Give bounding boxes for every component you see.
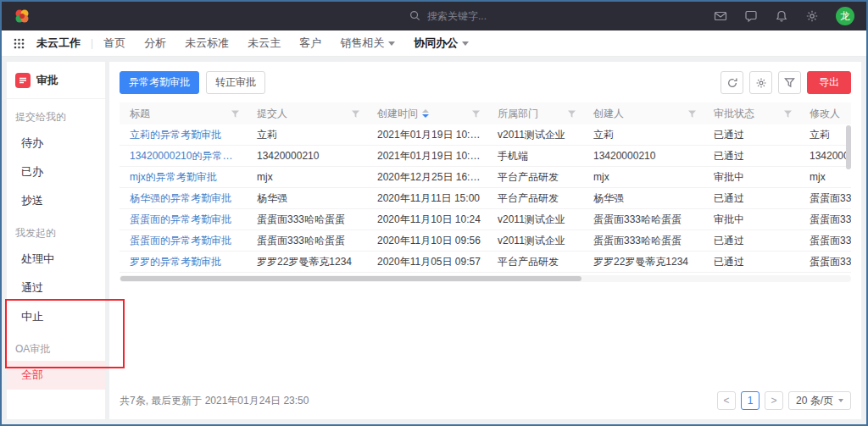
export-button[interactable]: 导出 bbox=[807, 71, 851, 94]
vertical-scrollbar[interactable] bbox=[846, 125, 851, 273]
table-row[interactable]: 杨华强的异常考勤审批杨华强2020年11月11日 15:00平台产品研发杨华强已… bbox=[120, 188, 851, 209]
nav-item-6[interactable]: 销售相关 bbox=[340, 36, 395, 51]
nav-item-2[interactable]: 分析 bbox=[144, 36, 166, 51]
column-header: 审批状态 bbox=[704, 102, 799, 124]
cell-status: 已通过 bbox=[704, 255, 799, 269]
bell-icon[interactable] bbox=[775, 9, 788, 23]
mail-icon[interactable] bbox=[714, 9, 727, 23]
cell-status: 已通过 bbox=[704, 191, 799, 206]
tab-abnormal-attendance-approval[interactable]: 异常考勤审批 bbox=[120, 71, 199, 94]
nav-item-label: 客户 bbox=[299, 36, 321, 51]
app-grid-icon[interactable] bbox=[14, 38, 25, 49]
cell-department: 平台产品研发 bbox=[487, 170, 583, 185]
table-row[interactable]: 蛋蛋面的异常考勤审批蛋蛋面333哈哈蛋蛋2020年11月10日 09:56v20… bbox=[120, 230, 851, 252]
cell-submitter: 蛋蛋面333哈哈蛋蛋 bbox=[247, 234, 367, 248]
column-filter-icon[interactable] bbox=[351, 109, 360, 119]
cell-department: v2011测试企业 bbox=[487, 213, 583, 227]
nav-item-label: 未云主 bbox=[248, 36, 281, 51]
approval-icon bbox=[15, 73, 31, 88]
sidebar-item-2-0[interactable]: 全部 bbox=[7, 361, 105, 390]
global-search[interactable] bbox=[409, 9, 554, 23]
tab-regularization-approval[interactable]: 转正审批 bbox=[206, 71, 265, 94]
table-row[interactable]: mjx的异常考勤审批mjx2020年12月25日 16:04平台产品研发mjx审… bbox=[120, 167, 851, 188]
column-header-label: 审批状态 bbox=[714, 107, 754, 121]
nav-item-7[interactable]: 协同办公 bbox=[414, 36, 469, 51]
vertical-scrollbar-thumb[interactable] bbox=[846, 125, 851, 169]
column-filter-icon[interactable] bbox=[471, 109, 481, 119]
cell-modifier: 蛋蛋面333哈哈蛋蛋 bbox=[799, 234, 851, 248]
chevron-down-icon bbox=[838, 399, 843, 402]
refresh-button[interactable] bbox=[721, 71, 743, 94]
cell-title[interactable]: 13420000210的异常考勤审批 bbox=[120, 149, 247, 163]
nav-item-label: 未云标准 bbox=[185, 36, 229, 51]
page-number-button[interactable]: 1 bbox=[741, 391, 760, 410]
horizontal-scrollbar-thumb[interactable] bbox=[120, 276, 581, 281]
table-row[interactable]: 立莉的异常考勤审批立莉2021年01月19日 10:22v2011测试企业立莉已… bbox=[120, 124, 851, 146]
cell-creator: 杨华强 bbox=[583, 191, 704, 206]
cell-created_at: 2020年11月11日 15:00 bbox=[367, 191, 487, 206]
sidebar-item-1-2[interactable]: 中止 bbox=[7, 302, 105, 331]
cell-created_at: 2021年01月19日 10:16 bbox=[367, 149, 487, 163]
page-size-select[interactable]: 20 条/页 bbox=[788, 391, 851, 410]
next-page-button[interactable]: > bbox=[765, 391, 783, 410]
cell-creator: 罗罗22罗曼蒂克1234 bbox=[583, 255, 704, 269]
nav-item-label: 销售相关 bbox=[340, 36, 384, 51]
chevron-down-icon bbox=[462, 41, 469, 46]
table-body: 立莉的异常考勤审批立莉2021年01月19日 10:22v2011测试企业立莉已… bbox=[120, 124, 851, 273]
nav-item-1[interactable]: 首页 bbox=[103, 36, 125, 51]
column-filter-icon[interactable] bbox=[783, 109, 793, 119]
column-header: 所属部门 bbox=[487, 102, 583, 124]
horizontal-scrollbar[interactable] bbox=[120, 275, 851, 282]
navbar: 未云工作 | 首页分析未云标准未云主客户销售相关协同办公 bbox=[2, 30, 866, 57]
sidebar-item-0-1[interactable]: 已办 bbox=[7, 158, 105, 186]
avatar[interactable]: 龙 bbox=[836, 7, 854, 25]
column-header: 标题 bbox=[120, 102, 247, 124]
cell-title[interactable]: 立莉的异常考勤审批 bbox=[120, 128, 247, 142]
app-logo[interactable] bbox=[14, 8, 31, 25]
cell-department: 手机端 bbox=[487, 149, 583, 163]
gear-icon[interactable] bbox=[805, 9, 819, 23]
cell-title[interactable]: 杨华强的异常考勤审批 bbox=[120, 191, 247, 206]
filter-button[interactable] bbox=[778, 71, 801, 94]
cell-title[interactable]: 罗罗的异常考勤审批 bbox=[120, 255, 247, 269]
sidebar-item-0-0[interactable]: 待办 bbox=[7, 129, 105, 158]
sidebar-item-1-0[interactable]: 处理中 bbox=[7, 245, 105, 274]
column-filter-icon[interactable] bbox=[231, 109, 240, 119]
nav-item-5[interactable]: 客户 bbox=[299, 36, 321, 51]
toolbar-actions: 导出 bbox=[721, 71, 851, 94]
sidebar: 审批 提交给我的待办已办抄送我发起的处理中通过中止OA审批全部 bbox=[7, 62, 105, 419]
table-row[interactable]: 罗罗的异常考勤审批罗罗22罗曼蒂克12342020年11月05日 09:57平台… bbox=[120, 252, 851, 273]
cell-title[interactable]: mjx的异常考勤审批 bbox=[120, 170, 247, 185]
table-footer: 共7条, 最后更新于 2021年01月24日 23:50 < 1 > 20 条/… bbox=[109, 382, 861, 419]
toolbar: 异常考勤审批 转正审批 bbox=[109, 62, 861, 102]
pagination: < 1 > 20 条/页 bbox=[717, 391, 851, 410]
cell-submitter: mjx bbox=[247, 171, 367, 183]
sidebar-item-1-1[interactable]: 通过 bbox=[7, 274, 105, 302]
column-filter-icon[interactable] bbox=[687, 109, 697, 119]
column-filter-icon[interactable] bbox=[567, 109, 576, 119]
table-row[interactable]: 蛋蛋面的异常考勤审批蛋蛋面333哈哈蛋蛋2020年11月10日 10:24v20… bbox=[120, 209, 851, 230]
chat-icon[interactable] bbox=[744, 9, 758, 23]
prev-page-button[interactable]: < bbox=[717, 391, 736, 410]
cell-title[interactable]: 蛋蛋面的异常考勤审批 bbox=[120, 213, 247, 227]
chevron-down-icon bbox=[388, 41, 395, 46]
column-header-label: 提交人 bbox=[257, 107, 287, 121]
sort-asc-icon[interactable] bbox=[422, 109, 429, 113]
search-input[interactable] bbox=[427, 10, 554, 22]
column-header-label: 修改人 bbox=[810, 107, 840, 121]
cell-title[interactable]: 蛋蛋面的异常考勤审批 bbox=[120, 234, 247, 248]
app-logo-icon bbox=[14, 8, 31, 25]
nav-item-4[interactable]: 未云主 bbox=[248, 36, 281, 51]
sort-icons[interactable] bbox=[422, 109, 429, 118]
sort-desc-icon[interactable] bbox=[422, 114, 429, 118]
sidebar-item-0-2[interactable]: 抄送 bbox=[7, 186, 105, 215]
main-panel: 异常考勤审批 转正审批 bbox=[109, 62, 861, 419]
cell-creator: 蛋蛋面333哈哈蛋蛋 bbox=[583, 213, 704, 227]
table-settings-button[interactable] bbox=[749, 71, 772, 94]
table-row[interactable]: 13420000210的异常考勤审批134200002102021年01月19日… bbox=[120, 146, 851, 167]
sidebar-header: 审批 bbox=[7, 62, 105, 99]
cell-modifier: 蛋蛋面333哈哈蛋蛋 bbox=[799, 255, 851, 269]
nav-item-3[interactable]: 未云标准 bbox=[185, 36, 229, 51]
cell-creator: 立莉 bbox=[583, 128, 704, 142]
cell-department: 平台产品研发 bbox=[487, 255, 583, 269]
